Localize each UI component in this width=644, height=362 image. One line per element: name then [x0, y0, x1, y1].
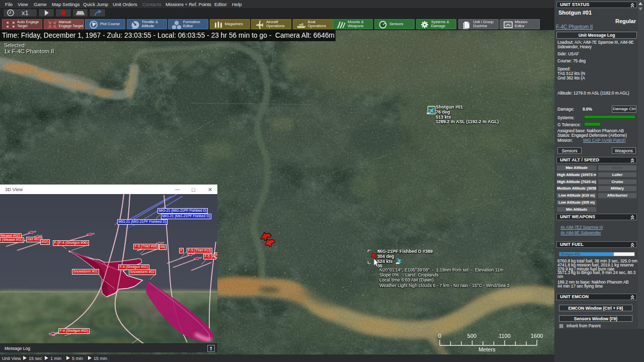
svg-text:x1: x1	[22, 9, 29, 17]
svg-text:1600: 1600	[531, 333, 543, 339]
svg-text:500: 500	[467, 333, 476, 339]
svg-text:0: 0	[438, 333, 441, 339]
svg-text:1100: 1100	[499, 333, 511, 339]
svg-text:Meters: Meters	[478, 346, 496, 352]
